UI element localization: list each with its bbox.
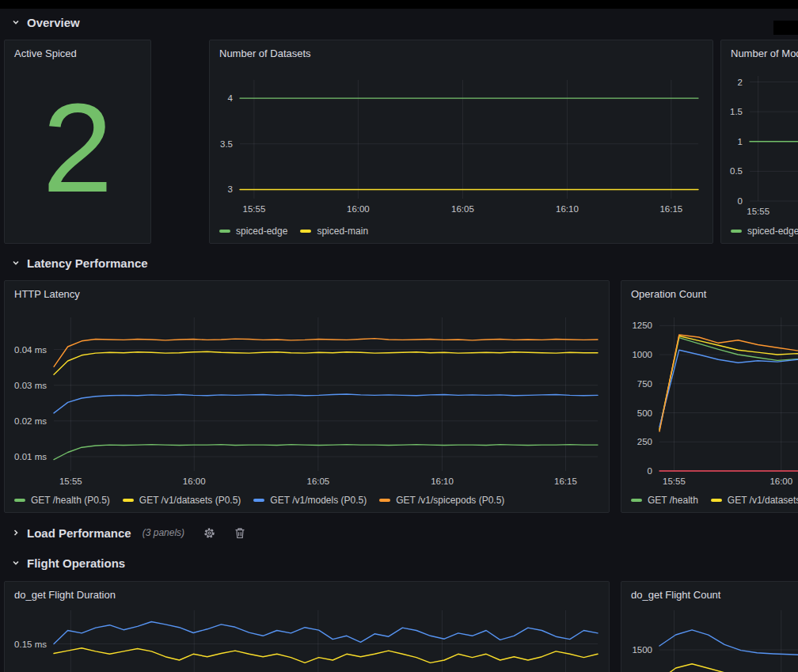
svg-text:1500: 1500 bbox=[632, 645, 652, 655]
panel-number-of-datasets: Number of Datasets 33.5415:5516:0016:051… bbox=[209, 40, 713, 244]
svg-text:3.5: 3.5 bbox=[220, 139, 233, 149]
legend-marker bbox=[711, 499, 722, 502]
section-header-overview[interactable]: Overview bbox=[11, 13, 80, 31]
num-datasets-chart[interactable]: 33.5415:5516:0016:0516:1016:15 bbox=[210, 40, 712, 243]
chevron-down-icon bbox=[11, 258, 21, 268]
svg-text:16:10: 16:10 bbox=[556, 204, 579, 214]
section-title-load-performance: Load Performance bbox=[27, 526, 131, 540]
http-latency-chart[interactable]: 0.01 ms0.02 ms0.03 ms0.04 ms15:5516:0016… bbox=[5, 281, 609, 512]
legend-marker bbox=[631, 499, 642, 502]
panel-number-of-models: Number of Models 00.511.5215:5516:0016:0… bbox=[720, 40, 798, 244]
legend: GET /health (P0.5)GET /v1/datasets (P0.5… bbox=[14, 495, 504, 506]
stat-value: 2 bbox=[5, 40, 150, 243]
panel-title[interactable]: HTTP Latency bbox=[14, 288, 80, 300]
trash-icon[interactable] bbox=[234, 527, 245, 539]
svg-text:0.02 ms: 0.02 ms bbox=[14, 416, 47, 426]
section-title-latency-performance: Latency Performance bbox=[27, 256, 148, 270]
legend-label: spiced-edge bbox=[747, 226, 798, 237]
panel-do-get-flight-duration: do_get Flight Duration 0.15 ms15:5516:00… bbox=[4, 581, 610, 672]
chevron-right-icon bbox=[11, 528, 21, 537]
svg-text:1: 1 bbox=[738, 137, 743, 146]
svg-text:16:05: 16:05 bbox=[306, 476, 329, 486]
panel-title[interactable]: do_get Flight Count bbox=[631, 589, 720, 601]
svg-text:4: 4 bbox=[228, 93, 234, 103]
svg-text:15:55: 15:55 bbox=[59, 476, 82, 486]
chevron-down-icon bbox=[11, 17, 21, 27]
legend-marker bbox=[379, 499, 390, 502]
svg-text:3: 3 bbox=[228, 184, 233, 194]
legend-label: GET /v1/datasets bbox=[728, 495, 798, 506]
legend-marker bbox=[731, 230, 742, 233]
legend: spiced-edge bbox=[731, 226, 798, 237]
svg-text:15:55: 15:55 bbox=[243, 204, 266, 214]
legend-item[interactable]: GET /health bbox=[631, 495, 698, 506]
section-panels-count: (3 panels) bbox=[142, 527, 184, 538]
svg-text:16:15: 16:15 bbox=[659, 204, 682, 214]
svg-text:750: 750 bbox=[637, 379, 652, 389]
top-black-bar bbox=[0, 0, 798, 9]
operation-count-chart[interactable]: 02505007501000125015:5516:0016:0516:1016… bbox=[621, 281, 798, 512]
svg-text:0: 0 bbox=[648, 466, 652, 476]
legend-marker bbox=[253, 499, 264, 502]
svg-text:1250: 1250 bbox=[632, 321, 652, 330]
legend: GET /healthGET /v1/datasets bbox=[631, 495, 798, 506]
section-title-flight-operations: Flight Operations bbox=[27, 556, 125, 570]
legend-item[interactable]: GET /v1/datasets (P0.5) bbox=[123, 495, 241, 506]
num-models-chart[interactable]: 00.511.5215:5516:0016:0516:1016:15 bbox=[721, 40, 798, 243]
panel-active-spiced: Active Spiced 2 bbox=[4, 40, 151, 244]
panel-http-latency: HTTP Latency 0.01 ms0.02 ms0.03 ms0.04 m… bbox=[4, 280, 610, 513]
legend-item[interactable]: spiced-edge bbox=[731, 226, 798, 237]
section-title-overview: Overview bbox=[27, 16, 80, 29]
chevron-down-icon bbox=[11, 558, 21, 568]
legend-label: GET /v1/datasets (P0.5) bbox=[139, 495, 241, 506]
legend-item[interactable]: GET /v1/models (P0.5) bbox=[253, 495, 367, 506]
panel-title[interactable]: Operation Count bbox=[631, 288, 706, 300]
panel-title[interactable]: Active Spiced bbox=[14, 47, 77, 59]
panel-title[interactable]: do_get Flight Duration bbox=[14, 589, 116, 601]
panel-title[interactable]: Number of Models bbox=[731, 47, 798, 59]
legend-item[interactable]: spiced-main bbox=[300, 226, 368, 237]
grafana-dashboard: Overview Active Spiced 2 Number of Datas… bbox=[0, 0, 798, 672]
svg-text:500: 500 bbox=[637, 408, 652, 418]
svg-text:16:15: 16:15 bbox=[554, 476, 577, 486]
svg-text:16:00: 16:00 bbox=[770, 476, 792, 486]
legend-label: GET /health bbox=[648, 495, 698, 506]
legend-label: GET /v1/spicepods (P0.5) bbox=[396, 495, 504, 506]
section-header-flight-operations[interactable]: Flight Operations bbox=[11, 554, 125, 571]
svg-text:1.5: 1.5 bbox=[730, 107, 743, 116]
svg-text:250: 250 bbox=[637, 437, 652, 446]
gear-icon[interactable] bbox=[203, 527, 215, 539]
legend-marker bbox=[219, 230, 230, 233]
svg-text:1000: 1000 bbox=[632, 350, 652, 359]
legend-marker bbox=[123, 499, 134, 502]
svg-text:16:00: 16:00 bbox=[347, 204, 370, 214]
legend-marker bbox=[300, 230, 311, 233]
top-right-black-block bbox=[773, 21, 798, 35]
legend-label: spiced-main bbox=[317, 226, 368, 237]
panel-do-get-flight-count: do_get Flight Count 05001000150015:5516:… bbox=[621, 581, 798, 672]
section-header-load-performance[interactable]: Load Performance (3 panels) bbox=[11, 524, 245, 541]
svg-text:16:05: 16:05 bbox=[451, 204, 474, 214]
svg-text:0.15 ms: 0.15 ms bbox=[14, 640, 47, 649]
svg-text:15:55: 15:55 bbox=[747, 207, 770, 216]
legend-marker bbox=[14, 499, 25, 502]
legend-label: GET /v1/models (P0.5) bbox=[270, 495, 367, 506]
legend-item[interactable]: GET /v1/datasets bbox=[711, 495, 798, 506]
legend-label: GET /health (P0.5) bbox=[31, 495, 110, 506]
svg-text:0: 0 bbox=[738, 196, 743, 206]
legend-item[interactable]: GET /health (P0.5) bbox=[14, 495, 110, 506]
svg-text:0.04 ms: 0.04 ms bbox=[14, 345, 47, 355]
svg-text:0.03 ms: 0.03 ms bbox=[14, 381, 47, 390]
legend-label: spiced-edge bbox=[236, 226, 287, 237]
section-header-latency-performance[interactable]: Latency Performance bbox=[11, 254, 148, 271]
svg-text:2: 2 bbox=[738, 78, 743, 87]
legend-item[interactable]: spiced-edge bbox=[219, 226, 287, 237]
legend-item[interactable]: GET /v1/spicepods (P0.5) bbox=[379, 495, 504, 506]
svg-text:0.01 ms: 0.01 ms bbox=[14, 452, 47, 461]
svg-text:0.5: 0.5 bbox=[730, 166, 743, 176]
svg-text:16:10: 16:10 bbox=[431, 476, 454, 486]
svg-text:15:55: 15:55 bbox=[663, 476, 686, 486]
legend: spiced-edgespiced-main bbox=[219, 226, 368, 237]
panel-operation-count: Operation Count 02505007501000125015:551… bbox=[621, 280, 798, 513]
panel-title[interactable]: Number of Datasets bbox=[219, 47, 311, 59]
